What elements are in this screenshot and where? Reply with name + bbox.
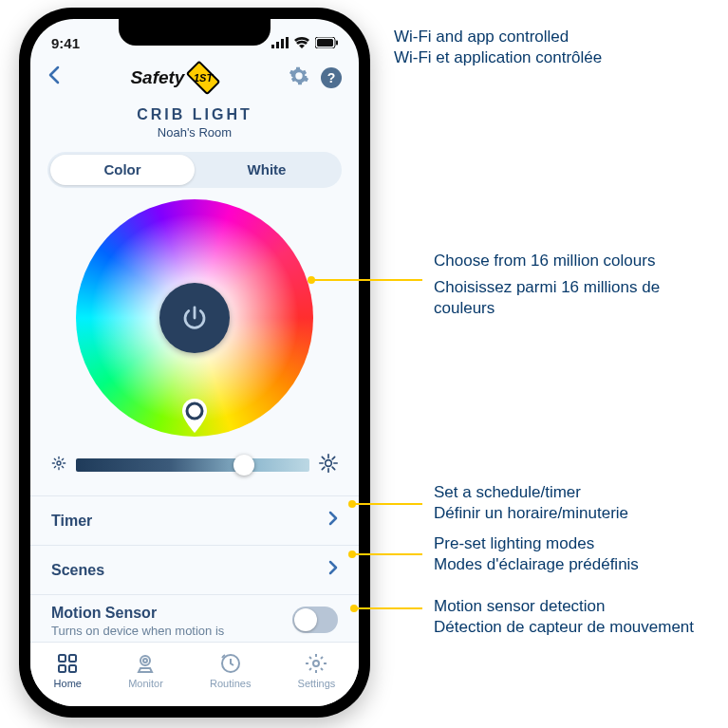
battery-icon bbox=[315, 37, 338, 48]
callout-colors-en: Choose from 16 million colours bbox=[434, 251, 719, 271]
tab-home[interactable]: Home bbox=[54, 652, 82, 689]
svg-rect-5 bbox=[317, 39, 333, 47]
wifi-icon bbox=[294, 37, 309, 48]
callouts: Wi-Fi and app controlled Wi-Fi et applic… bbox=[394, 0, 719, 728]
callout-wifi-fr: Wi-Fi et application contrôlée bbox=[394, 47, 602, 68]
back-button[interactable] bbox=[47, 65, 61, 90]
row-label: Motion Sensor bbox=[51, 605, 224, 622]
settings-list: Timer Scenes Motion Sensor Turns on devi… bbox=[30, 495, 359, 655]
svg-line-22 bbox=[322, 457, 325, 459]
svg-line-14 bbox=[62, 466, 63, 467]
row-scenes[interactable]: Scenes bbox=[30, 545, 359, 594]
callout-scenes-fr: Modes d'éclairage prédéfinis bbox=[434, 554, 639, 575]
svg-line-23 bbox=[332, 467, 335, 470]
svg-line-15 bbox=[54, 466, 55, 467]
svg-point-17 bbox=[326, 460, 332, 467]
brightness-high-icon bbox=[319, 454, 338, 476]
svg-line-25 bbox=[332, 457, 335, 459]
status-time: 9:41 bbox=[51, 35, 80, 51]
brightness-slider[interactable] bbox=[76, 458, 309, 472]
svg-line-24 bbox=[322, 467, 325, 470]
power-button[interactable] bbox=[159, 283, 230, 353]
color-picker-handle[interactable] bbox=[180, 399, 209, 427]
nav-bar: Safety 1ST ? bbox=[30, 57, 359, 99]
phone-screen: 9:41 Safety bbox=[30, 19, 359, 706]
row-timer[interactable]: Timer bbox=[30, 495, 359, 545]
callout-colors-fr: Choisissez parmi 16 millions de couleurs bbox=[434, 277, 719, 319]
tab-routines[interactable]: Routines bbox=[210, 652, 251, 689]
chevron-right-icon bbox=[328, 560, 338, 580]
device-title: CRIB LIGHT bbox=[30, 106, 359, 123]
gear-icon[interactable] bbox=[289, 65, 309, 90]
brightness-row bbox=[51, 454, 338, 476]
svg-rect-0 bbox=[271, 45, 274, 48]
callout-timer-en: Set a schedule/timer bbox=[434, 482, 628, 503]
callout-motion-en: Motion sensor detection bbox=[434, 596, 694, 617]
brightness-thumb[interactable] bbox=[233, 455, 254, 476]
tab-label: Monitor bbox=[128, 678, 163, 689]
brand-badge: 1ST bbox=[194, 72, 213, 84]
svg-point-30 bbox=[140, 656, 150, 665]
motion-toggle[interactable] bbox=[292, 607, 338, 633]
notch bbox=[119, 19, 271, 46]
room-name: Noah's Room bbox=[30, 125, 359, 140]
toggle-knob bbox=[294, 608, 317, 631]
tab-monitor[interactable]: Monitor bbox=[128, 652, 163, 689]
svg-point-31 bbox=[143, 659, 147, 663]
chevron-right-icon bbox=[328, 511, 338, 531]
svg-rect-3 bbox=[286, 37, 289, 48]
signal-icon bbox=[271, 37, 289, 48]
row-label: Timer bbox=[51, 513, 92, 530]
color-wheel[interactable] bbox=[76, 199, 313, 437]
svg-rect-6 bbox=[336, 41, 338, 46]
row-sublabel: Turns on device when motion is bbox=[51, 624, 224, 638]
tab-settings[interactable]: Settings bbox=[298, 652, 336, 689]
svg-line-16 bbox=[62, 458, 63, 459]
svg-point-8 bbox=[57, 461, 61, 465]
help-icon[interactable]: ? bbox=[321, 67, 342, 88]
svg-rect-27 bbox=[69, 655, 76, 662]
svg-rect-2 bbox=[281, 39, 284, 48]
brand-logo: Safety 1ST bbox=[130, 67, 218, 88]
callout-wifi-en: Wi-Fi and app controlled bbox=[394, 27, 602, 47]
svg-line-13 bbox=[54, 458, 55, 459]
row-label: Scenes bbox=[51, 562, 104, 579]
segmented-control[interactable]: Color White bbox=[47, 152, 342, 188]
segment-white[interactable]: White bbox=[195, 155, 339, 185]
device-header: CRIB LIGHT Noah's Room bbox=[30, 106, 359, 140]
brand-text: Safety bbox=[130, 67, 184, 88]
svg-rect-26 bbox=[59, 655, 65, 662]
tab-label: Routines bbox=[210, 678, 251, 689]
brightness-low-icon bbox=[51, 456, 66, 475]
svg-rect-28 bbox=[59, 665, 65, 672]
svg-point-33 bbox=[313, 661, 319, 666]
svg-rect-1 bbox=[276, 42, 279, 48]
segment-color[interactable]: Color bbox=[50, 155, 195, 185]
callout-motion-fr: Détection de capteur de mouvement bbox=[434, 617, 694, 638]
callout-timer-fr: Définir un horaire/minuterie bbox=[434, 503, 628, 524]
tab-label: Home bbox=[54, 678, 82, 689]
tab-label: Settings bbox=[298, 678, 336, 689]
tab-bar: Home Monitor Routines Settings bbox=[30, 642, 359, 706]
callout-scenes-en: Pre-set lighting modes bbox=[434, 533, 639, 554]
phone-frame: 9:41 Safety bbox=[19, 8, 370, 718]
svg-rect-29 bbox=[69, 665, 76, 672]
